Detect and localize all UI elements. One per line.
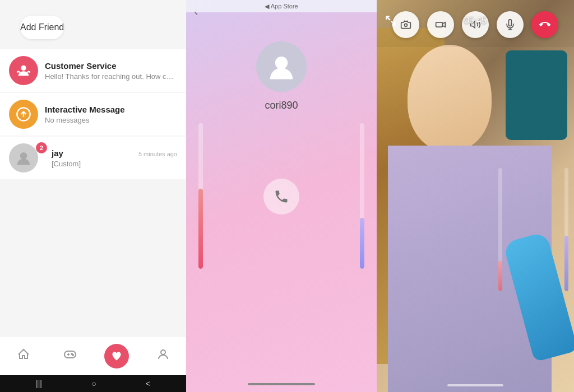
svg-point-0 xyxy=(21,66,26,71)
call-timer: 05:45 xyxy=(377,16,574,26)
right-volume-fill-left xyxy=(498,260,502,291)
avatar-interactive-message xyxy=(9,100,38,129)
chat-list: Customer Service Hello! Thanks for reach… xyxy=(0,49,186,336)
heart-button[interactable] xyxy=(104,344,129,368)
games-icon xyxy=(63,348,77,365)
right-panel-video: 05:45 xyxy=(377,0,574,392)
nav-home[interactable] xyxy=(10,342,38,370)
customer-service-name: Customer Service xyxy=(45,61,177,71)
minimize-icon[interactable] xyxy=(385,15,397,30)
middle-panel-call: ◀ App Store ‹ cori890 xyxy=(186,0,377,392)
avatar-customer-service xyxy=(9,56,38,85)
home-button-icon[interactable]: ○ xyxy=(91,379,96,388)
unread-badge-jay: 2 xyxy=(36,142,47,153)
caller-avatar xyxy=(256,41,307,92)
right-volume-fill-right xyxy=(564,236,568,291)
profile-icon xyxy=(156,348,170,365)
svg-point-5 xyxy=(72,354,73,356)
chat-item-customer-service[interactable]: Customer Service Hello! Thanks for reach… xyxy=(0,49,186,92)
customer-service-info: Customer Service Hello! Thanks for reach… xyxy=(45,61,177,81)
volume-bar-left xyxy=(198,123,203,269)
avatar-jay xyxy=(9,143,38,172)
home-indicator-middle xyxy=(248,383,315,385)
app-store-bar: ◀ App Store xyxy=(186,0,377,12)
pip-thumbnail xyxy=(506,50,567,140)
jay-info: jay 5 minutes ago [Custom] xyxy=(52,148,177,168)
android-system-bar: ||| ○ < xyxy=(0,375,186,392)
interactive-message-name: Interactive Message xyxy=(45,105,177,114)
person-face xyxy=(408,45,492,151)
volume-fill-left xyxy=(198,189,203,269)
right-volume-bar-right xyxy=(564,168,568,291)
chat-item-interactive-message[interactable]: Interactive Message No messages xyxy=(0,93,186,136)
call-answer-button[interactable] xyxy=(263,179,299,214)
svg-point-2 xyxy=(20,152,27,160)
jay-name: jay xyxy=(52,148,63,158)
customer-service-preview: Hello! Thanks for reaching out. How can … xyxy=(45,72,177,81)
caller-name: cori890 xyxy=(265,100,298,111)
chat-item-jay[interactable]: 2 jay 5 minutes ago [Custom] xyxy=(0,137,186,179)
add-friend-button[interactable]: Add Friend xyxy=(20,16,64,39)
nav-profile[interactable] xyxy=(149,342,177,370)
volume-bar-right xyxy=(360,123,364,269)
home-icon xyxy=(17,348,30,365)
interactive-message-info: Interactive Message No messages xyxy=(45,105,177,124)
jay-time: 5 minutes ago xyxy=(138,151,177,157)
volume-fill-right xyxy=(360,218,364,269)
interactive-message-preview: No messages xyxy=(45,116,177,124)
recent-apps-icon[interactable]: ||| xyxy=(36,379,42,388)
nav-games[interactable] xyxy=(56,342,84,370)
svg-point-7 xyxy=(275,57,288,69)
nav-heart[interactable] xyxy=(103,342,131,370)
svg-rect-3 xyxy=(64,351,76,358)
back-button-icon[interactable]: < xyxy=(146,379,150,388)
bottom-navigation xyxy=(0,336,186,375)
home-indicator-right xyxy=(447,384,503,386)
right-volume-bar-left xyxy=(498,168,502,291)
left-panel: Add Friend Customer Service Hello! Thank… xyxy=(0,0,186,392)
app-store-label: ◀ App Store xyxy=(265,3,298,10)
jay-preview: [Custom] xyxy=(52,160,177,168)
svg-point-6 xyxy=(161,350,165,354)
